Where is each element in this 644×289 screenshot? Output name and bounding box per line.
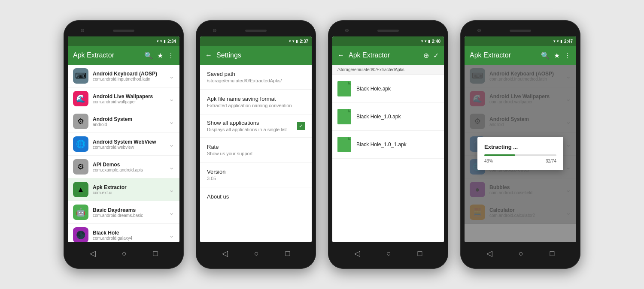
app-info: Basic Daydreamscom.android.dreams.basic <box>93 207 164 218</box>
signal-icon: ▾ <box>160 39 162 43</box>
phone-camera <box>81 29 84 32</box>
download-icon: ⌄ <box>169 186 174 194</box>
settings-item-row[interactable]: Show all applicationsDisplays all applic… <box>200 114 312 138</box>
search-icon[interactable]: 🔍 <box>144 51 153 60</box>
checkbox[interactable]: ✓ <box>297 122 305 130</box>
app-list-item[interactable]: ⚙API Demoscom.example.android.apis⌄ <box>68 156 179 178</box>
back-nav-button[interactable]: ◁ <box>90 249 96 258</box>
wifi-icon: ▾ <box>553 39 556 43</box>
star-icon[interactable]: ★ <box>157 51 163 60</box>
home-nav-button[interactable]: ○ <box>254 249 259 258</box>
wifi-icon: ▾ <box>157 39 159 43</box>
app-info: Black Holecom.android.galaxy4 <box>93 230 164 241</box>
phone-camera <box>477 29 481 32</box>
app-icon: 🌑 <box>73 227 88 242</box>
wifi-icon: ▾ <box>421 39 423 43</box>
app-list-item[interactable]: ▲Apk Extractorcom.ext.ui⌄ <box>68 178 179 201</box>
app-package: com.android.dreams.basic <box>93 213 164 218</box>
app-icon: 🤖 <box>73 205 88 220</box>
phone-phone2: ▾ ▾ ▮ 2:37 ←SettingsSaved path/storage/e… <box>196 20 316 269</box>
phone-camera <box>213 29 216 32</box>
wifi-icon: ▾ <box>289 39 291 43</box>
file-path-bar: /storage/emulated/0/ExtractedApks <box>332 65 444 75</box>
app-package: com.android.galaxy4 <box>93 236 164 241</box>
app-icon: ⚙ <box>73 159 88 175</box>
star-icon[interactable]: ★ <box>554 51 560 60</box>
app-list-item[interactable]: 🤖Basic Daydreamscom.android.dreams.basic… <box>68 201 179 224</box>
settings-label: Version <box>207 169 305 175</box>
back-button[interactable]: ← <box>337 51 344 59</box>
app-bar-title: Apk Extractor <box>349 51 419 59</box>
recents-nav-button[interactable]: □ <box>417 249 422 258</box>
download-icon: ⌄ <box>169 140 174 148</box>
app-bar-title: Settings <box>216 51 307 59</box>
apk-icon <box>337 81 351 96</box>
more-icon[interactable]: ⋮ <box>167 51 174 60</box>
back-nav-button[interactable]: ◁ <box>486 249 492 258</box>
battery-icon: ▮ <box>296 39 298 43</box>
back-nav-button[interactable]: ◁ <box>354 249 360 258</box>
settings-label: Show all applications <box>207 120 287 126</box>
settings-item[interactable]: About us <box>200 187 312 206</box>
file-item[interactable]: Black Hole.apk <box>332 75 444 103</box>
download-icon: ⌄ <box>169 117 174 126</box>
recents-nav-button[interactable]: □ <box>285 249 290 258</box>
settings-label: Apk file name saving format <box>207 96 305 102</box>
status-time: 2:40 <box>432 39 440 44</box>
check-icon[interactable]: ✓ <box>433 51 439 60</box>
app-info: API Demoscom.example.android.apis <box>93 162 164 172</box>
recents-nav-button[interactable]: □ <box>153 249 158 258</box>
app-info: Android System WebViewcom.android.webvie… <box>93 139 164 150</box>
progress-percent: 43% <box>484 159 493 163</box>
progress-bar-bg <box>484 154 556 156</box>
settings-item[interactable]: Apk file name saving formatExtracted app… <box>200 90 312 114</box>
home-nav-button[interactable]: ○ <box>386 249 391 258</box>
app-list-item[interactable]: 🌊Android Live Wallpaperscom.android.wall… <box>68 87 179 110</box>
settings-item[interactable]: Saved path/storage/emulated/0/ExtractedA… <box>200 65 312 90</box>
phone-phone3: ▾ ▾ ▮ 2:40 ←Apk Extractor⊕✓/storage/emul… <box>328 20 448 269</box>
app-info: Android Keyboard (AOSP)com.android.input… <box>93 71 164 81</box>
extracting-screen: ⌨Android Keyboard (AOSP)com.android.inpu… <box>465 65 576 242</box>
app-icon: ▲ <box>73 182 88 197</box>
status-time: 2:37 <box>300 39 308 44</box>
app-name: Apk Extractor <box>93 184 164 190</box>
app-list-item[interactable]: ⚙Android Systemandroid⌄ <box>68 110 179 133</box>
phone-nav-bar: ◁○□ <box>68 242 179 265</box>
app-list-item[interactable]: 🌐Android System WebViewcom.android.webvi… <box>68 133 179 156</box>
app-name: Android System <box>93 116 164 122</box>
more-icon[interactable]: ⋮ <box>564 51 571 60</box>
app-name: Android Keyboard (AOSP) <box>93 71 164 77</box>
back-button[interactable]: ← <box>205 51 212 59</box>
settings-value: 3.05 <box>207 176 305 181</box>
settings-label: About us <box>207 193 305 200</box>
app-bar-title: Apk Extractor <box>73 51 140 59</box>
settings-item[interactable]: RateShow us your support <box>200 138 312 163</box>
settings-value: Extracted application naming convention <box>207 103 305 108</box>
settings-value: Show us your support <box>207 151 305 156</box>
phone-camera <box>345 29 349 32</box>
search-icon[interactable]: 🔍 <box>541 51 550 60</box>
settings-item[interactable]: Version3.05 <box>200 163 312 187</box>
battery-icon: ▮ <box>164 39 166 43</box>
app-bar-title: Apk Extractor <box>470 51 537 59</box>
app-list-item[interactable]: ⌨Android Keyboard (AOSP)com.android.inpu… <box>68 65 179 87</box>
app-name: Android Live Wallpapers <box>93 93 164 99</box>
signal-icon: ▾ <box>557 39 559 43</box>
status-icons: ▾ ▾ ▮ <box>553 39 562 43</box>
app-list: ⌨Android Keyboard (AOSP)com.android.inpu… <box>68 65 179 242</box>
recents-nav-button[interactable]: □ <box>550 249 554 258</box>
app-list-item[interactable]: 🌑Black Holecom.android.galaxy4⌄ <box>68 224 179 242</box>
settings-value: Displays all applications in a single li… <box>207 127 287 132</box>
back-nav-button[interactable]: ◁ <box>222 249 228 258</box>
add-icon[interactable]: ⊕ <box>423 51 429 60</box>
battery-icon: ▮ <box>560 39 562 43</box>
apk-icon <box>337 109 351 124</box>
file-item[interactable]: Black Hole_1.0_1.apk <box>332 131 444 159</box>
app-package: android <box>93 122 164 127</box>
phone-phone4: ▾ ▾ ▮ 2:47 Apk Extractor🔍★⋮⌨Android Keyb… <box>460 20 580 269</box>
home-nav-button[interactable]: ○ <box>122 249 127 258</box>
apk-icon <box>337 137 351 152</box>
home-nav-button[interactable]: ○ <box>519 249 523 258</box>
status-time: 2:47 <box>564 39 573 44</box>
file-item[interactable]: Black Hole_1.0.apk <box>332 103 444 131</box>
